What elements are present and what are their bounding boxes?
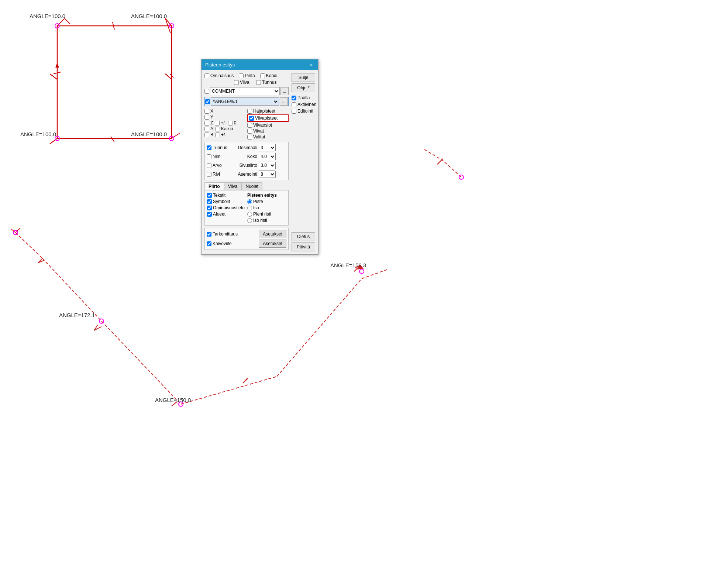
asemointi-select[interactable]: 8 <box>259 171 276 178</box>
zpm-checkbox-label[interactable]: +/- <box>215 120 226 125</box>
valitut-checkbox-label[interactable]: Valitut <box>247 134 289 140</box>
koodi-checkbox-label[interactable]: Koodi <box>260 73 278 78</box>
koodi-checkbox[interactable] <box>260 73 265 78</box>
sulje-button[interactable]: Sulje <box>292 73 315 82</box>
b-checkbox[interactable] <box>204 133 209 137</box>
pinta-checkbox-label[interactable]: Pinta <box>239 73 255 78</box>
tekstit-checkbox[interactable] <box>207 193 212 198</box>
combo1-select[interactable]: COMMENT <box>210 87 280 95</box>
combo2-checkbox[interactable] <box>205 99 210 104</box>
editointi-checkbox-label[interactable]: Editointi <box>292 109 315 114</box>
piirto-tabs: Piirto Viiva Nuolet <box>204 182 289 190</box>
pieni-risti-radio-label[interactable]: Pieni risti <box>247 212 286 217</box>
editointi-checkbox[interactable] <box>292 109 296 114</box>
paalla-checkbox-label[interactable]: Päällä <box>292 95 315 100</box>
ominaisuustieto-checkbox[interactable] <box>207 206 212 210</box>
zero-checkbox-label[interactable]: 0 <box>228 120 237 125</box>
oletus-button[interactable]: Oletus <box>292 232 315 241</box>
viivat-checkbox[interactable] <box>247 129 252 134</box>
alueet-checkbox[interactable] <box>207 212 212 217</box>
b-checkbox-label[interactable]: B <box>204 132 213 137</box>
ominaisuustieto-checkbox-label[interactable]: Ominaisuustieto <box>207 205 246 210</box>
viivapisteet-checkbox[interactable] <box>249 116 254 121</box>
bpm-checkbox-label[interactable]: +/- <box>215 132 226 137</box>
iso-risti-radio[interactable] <box>247 218 252 223</box>
tab-nuolet[interactable]: Nuolet <box>241 182 262 190</box>
zero-checkbox[interactable] <box>228 121 233 125</box>
combo1-checkbox[interactable] <box>204 89 209 94</box>
pisteen-esitys-dialog: Pisteen esitys × Ominaisuus Pinta <box>201 59 319 255</box>
y-checkbox[interactable] <box>204 115 209 120</box>
y-checkbox-label[interactable]: Y <box>204 114 246 120</box>
rivi-esitys-checkbox[interactable] <box>207 172 211 177</box>
combo1-btn[interactable]: ... <box>280 87 289 95</box>
kaivoviite-checkbox[interactable] <box>207 241 211 246</box>
viiva-checkbox-label[interactable]: Viiva <box>234 80 249 85</box>
ohje-button[interactable]: Ohje * <box>292 83 315 92</box>
tab-piirto[interactable]: Piirto <box>204 182 224 190</box>
tekstit-checkbox-label[interactable]: Tekstit <box>207 193 246 198</box>
asetukset1-button[interactable]: Asetukset <box>259 230 286 238</box>
combo2-select[interactable]: #ANGLE%.1 <box>211 97 279 106</box>
kaikki-checkbox-label[interactable]: Kaikki <box>215 126 233 131</box>
aktiivinen-checkbox-label[interactable]: Aktiivinen <box>292 102 315 107</box>
pisteen-esitys-subtitle: Pisteen esitys <box>247 193 286 198</box>
ominaisuus-checkbox[interactable] <box>204 73 209 78</box>
nimi-esitys-checkbox[interactable] <box>207 154 211 159</box>
svg-rect-0 <box>57 26 172 138</box>
tarkemittaus-checkbox-label[interactable]: Tarkemittaus <box>207 231 257 237</box>
point-marker-dashed5 <box>459 175 464 180</box>
hajapisteet-checkbox-label[interactable]: Hajapisteet <box>247 109 289 114</box>
piste-radio[interactable] <box>247 199 252 204</box>
iso-risti-radio-label[interactable]: Iso risti <box>247 218 286 223</box>
z-checkbox-label[interactable]: Z <box>204 120 213 125</box>
hajapisteet-checkbox[interactable] <box>247 109 252 114</box>
pinta-checkbox[interactable] <box>239 73 244 78</box>
dialog-titlebar: Pisteen esitys × <box>202 59 318 70</box>
arvo-esitys-checkbox[interactable] <box>207 163 211 168</box>
symbolit-checkbox[interactable] <box>207 199 212 204</box>
alueet-checkbox-label[interactable]: Alueet <box>207 212 246 217</box>
symbolit-checkbox-label[interactable]: Symbolit <box>207 199 246 204</box>
iso-piste-radio-label[interactable]: Iso <box>247 205 286 210</box>
aktiivinen-checkbox[interactable] <box>292 102 296 107</box>
tab-viiva[interactable]: Viiva <box>224 182 242 190</box>
bpm-checkbox[interactable] <box>215 133 220 137</box>
tarkemittaus-checkbox[interactable] <box>207 232 211 237</box>
x-checkbox-label[interactable]: X <box>204 109 246 114</box>
tunnus-top-checkbox-label[interactable]: Tunnus <box>256 80 277 85</box>
x-checkbox[interactable] <box>204 109 209 114</box>
combo2-btn[interactable]: ... <box>280 97 288 106</box>
viivat-checkbox-label[interactable]: Viivat <box>247 128 289 134</box>
kaivoviite-checkbox-label[interactable]: Kaivoviite <box>207 241 257 246</box>
tunnus-esitys-label[interactable]: Tunnus <box>207 145 232 150</box>
paivita-button[interactable]: Päivitä <box>292 243 315 251</box>
a-checkbox-label[interactable]: A <box>204 126 213 131</box>
desimaali-label: Desimaali <box>233 145 257 150</box>
desimaali-select[interactable]: 3 <box>259 144 276 151</box>
a-checkbox[interactable] <box>204 127 209 131</box>
paalla-checkbox[interactable] <box>292 96 296 100</box>
dialog-close-button[interactable]: × <box>308 62 314 68</box>
iso-piste-radio[interactable] <box>247 206 252 210</box>
piste-radio-label[interactable]: Piste <box>247 199 286 204</box>
viivaosiot-checkbox[interactable] <box>247 123 252 128</box>
pieni-risti-radio[interactable] <box>247 212 252 217</box>
nimi-esitys-label[interactable]: Nimi <box>207 154 232 159</box>
sivusiirto-select[interactable]: 3.0 <box>259 162 276 169</box>
asetukset2-button[interactable]: Asetukset <box>259 240 286 248</box>
tunnus-esitys-checkbox[interactable] <box>207 145 211 150</box>
ominaisuus-checkbox-label[interactable]: Ominaisuus <box>204 73 234 78</box>
zpm-checkbox[interactable] <box>215 121 220 125</box>
valitut-checkbox[interactable] <box>247 135 252 140</box>
kaikki-checkbox[interactable] <box>215 127 220 131</box>
arvo-esitys-label[interactable]: Arvo <box>207 163 232 168</box>
tunnus-top-checkbox[interactable] <box>256 80 261 85</box>
angle-label-bl: ANGLE=100.0 <box>20 131 56 137</box>
viiva-checkbox[interactable] <box>234 80 239 85</box>
viivaosiot-checkbox-label[interactable]: Viivaosiot <box>247 123 289 128</box>
koko-select[interactable]: 4.0 <box>259 153 276 160</box>
rivi-esitys-label[interactable]: Rivi <box>207 172 232 177</box>
viivapisteet-checkbox-label[interactable]: Viivapisteet <box>247 114 289 122</box>
z-checkbox[interactable] <box>204 121 209 125</box>
